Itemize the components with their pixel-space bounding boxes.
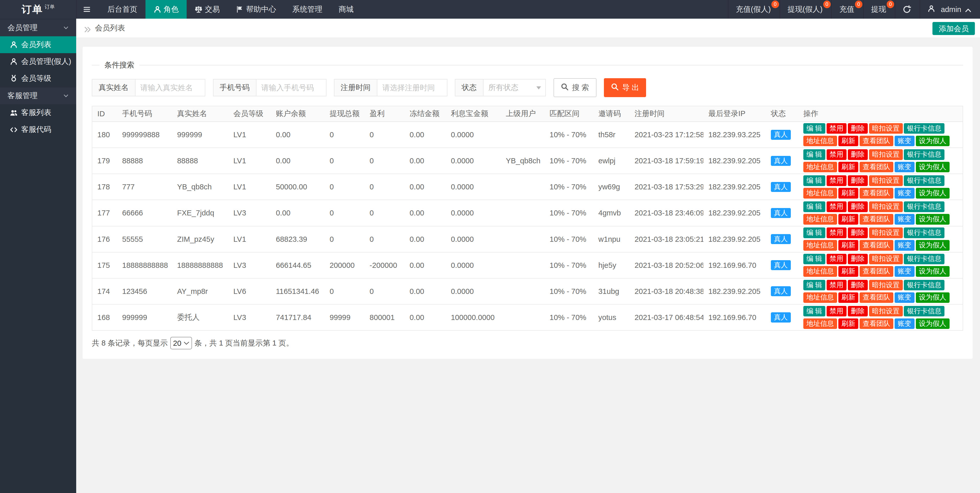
sidebar-group-header[interactable]: 会员管理 [0,19,76,36]
refresh-button[interactable] [895,0,920,19]
action-button[interactable]: 删除 [848,201,868,212]
reg-time-input[interactable] [377,79,447,96]
add-member-button[interactable]: 添加会员 [932,22,975,35]
action-button[interactable]: 查看团队 [859,188,893,199]
action-button[interactable]: 地址信息 [803,188,837,199]
action-button[interactable]: 设为假人 [916,136,950,146]
action-button[interactable]: 删除 [848,123,868,134]
action-button[interactable]: 禁用 [827,280,846,291]
action-button[interactable]: 设为假人 [916,162,950,172]
action-button[interactable]: 刷新 [838,293,858,303]
action-button[interactable]: 编 辑 [803,227,825,238]
action-button[interactable]: 删除 [848,254,868,264]
top-menu-item[interactable]: 系统管理 [284,0,331,19]
action-button[interactable]: 编 辑 [803,123,825,134]
action-button[interactable]: 编 辑 [803,149,825,160]
menu-toggle[interactable] [76,0,99,19]
action-button[interactable]: 刷新 [838,318,858,329]
page-size-select[interactable]: 20 [170,337,192,349]
action-button[interactable]: 暗扣设置 [869,280,903,291]
top-menu-item[interactable]: 商城 [330,0,361,19]
action-button[interactable]: 银行卡信息 [904,227,945,238]
topbar-action-item[interactable]: 充值 0 [831,0,863,19]
sidebar-item[interactable]: 会员管理(假人) [0,53,76,70]
action-button[interactable]: 暗扣设置 [869,175,903,186]
action-button[interactable]: 银行卡信息 [904,123,945,134]
status-select[interactable]: 所有状态 [484,79,546,96]
action-button[interactable]: 设为假人 [916,293,950,303]
action-button[interactable]: 删除 [848,149,868,160]
action-button[interactable]: 暗扣设置 [869,123,903,134]
action-button[interactable]: 编 辑 [803,175,825,186]
sidebar-item[interactable]: 客服代码 [0,121,76,138]
topbar-action-item[interactable]: 提现 0 [863,0,895,19]
action-button[interactable]: 银行卡信息 [904,201,945,212]
sidebar-item[interactable]: 会员列表 [0,36,76,53]
action-button[interactable]: 地址信息 [803,266,837,277]
action-button[interactable]: 刷新 [838,266,858,277]
action-button[interactable]: 银行卡信息 [904,280,945,291]
action-button[interactable]: 查看团队 [859,162,893,172]
action-button[interactable]: 删除 [848,227,868,238]
action-button[interactable]: 禁用 [827,175,846,186]
action-button[interactable]: 禁用 [827,201,846,212]
action-button[interactable]: 查看团队 [859,136,893,146]
action-button[interactable]: 暗扣设置 [869,201,903,212]
action-button[interactable]: 查看团队 [859,318,893,329]
action-button[interactable]: 设为假人 [916,240,950,251]
action-button[interactable]: 设为假人 [916,214,950,225]
action-button[interactable]: 查看团队 [859,266,893,277]
search-button[interactable]: 搜 索 [554,78,597,97]
action-button[interactable]: 编 辑 [803,201,825,212]
action-button[interactable]: 账变 [895,266,915,277]
action-button[interactable]: 地址信息 [803,214,837,225]
action-button[interactable]: 账变 [895,240,915,251]
action-button[interactable]: 禁用 [827,149,846,160]
action-button[interactable]: 删除 [848,175,868,186]
action-button[interactable]: 查看团队 [859,240,893,251]
real-name-input[interactable] [135,79,205,96]
action-button[interactable]: 银行卡信息 [904,175,945,186]
action-button[interactable]: 查看团队 [859,214,893,225]
action-button[interactable]: 地址信息 [803,240,837,251]
phone-input[interactable] [256,79,326,96]
sidebar-item[interactable]: 客服列表 [0,104,76,121]
action-button[interactable]: 编 辑 [803,306,825,316]
action-button[interactable]: 地址信息 [803,136,837,146]
sidebar-item[interactable]: 会员等级 [0,70,76,87]
action-button[interactable]: 禁用 [827,254,846,264]
action-button[interactable]: 刷新 [838,188,858,199]
action-button[interactable]: 账变 [895,318,915,329]
user-menu[interactable]: admin [920,0,980,19]
action-button[interactable]: 设为假人 [916,318,950,329]
action-button[interactable]: 刷新 [838,136,858,146]
action-button[interactable]: 暗扣设置 [869,306,903,316]
action-button[interactable]: 银行卡信息 [904,306,945,316]
action-button[interactable]: 账变 [895,214,915,225]
action-button[interactable]: 刷新 [838,240,858,251]
action-button[interactable]: 银行卡信息 [904,254,945,264]
action-button[interactable]: 刷新 [838,162,858,172]
action-button[interactable]: 禁用 [827,306,846,316]
action-button[interactable]: 地址信息 [803,318,837,329]
action-button[interactable]: 编 辑 [803,254,825,264]
topbar-action-item[interactable]: 提现(假人) 0 [780,0,831,19]
action-button[interactable]: 设为假人 [916,266,950,277]
top-menu-item[interactable]: 帮助中心 [228,0,284,19]
action-button[interactable]: 禁用 [827,123,846,134]
action-button[interactable]: 账变 [895,136,915,146]
topbar-action-item[interactable]: 充值(假人) 0 [728,0,780,19]
action-button[interactable]: 地址信息 [803,293,837,303]
action-button[interactable]: 银行卡信息 [904,149,945,160]
sidebar-group-header[interactable]: 客服管理 [0,87,76,104]
action-button[interactable]: 刷新 [838,214,858,225]
action-button[interactable]: 账变 [895,188,915,199]
action-button[interactable]: 暗扣设置 [869,254,903,264]
action-button[interactable]: 暗扣设置 [869,149,903,160]
action-button[interactable]: 账变 [895,293,915,303]
top-menu-item[interactable]: 交易 [187,0,228,19]
action-button[interactable]: 编 辑 [803,280,825,291]
action-button[interactable]: 删除 [848,306,868,316]
export-button[interactable]: 导 出 [604,78,646,97]
top-menu-item[interactable]: 角色 [145,0,187,19]
